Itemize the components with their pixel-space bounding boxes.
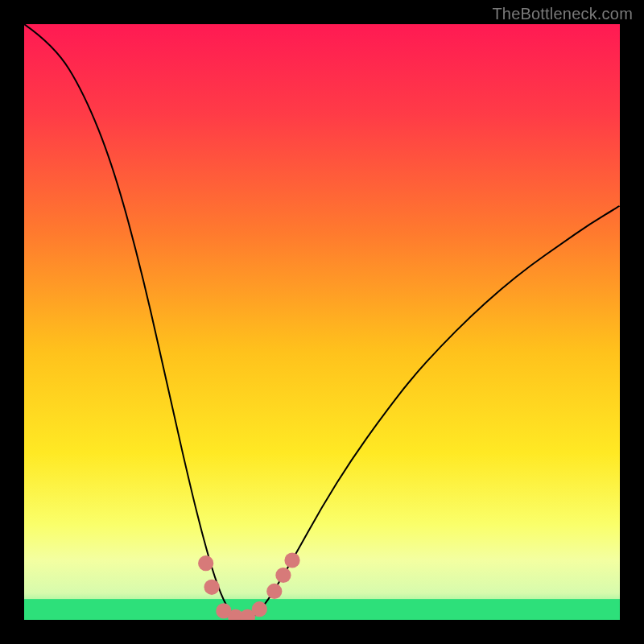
marker-point: [198, 555, 213, 571]
marker-point: [284, 552, 299, 568]
marker-point: [252, 601, 267, 617]
marker-point: [275, 568, 291, 583]
chart-frame: TheBottleneck.com: [0, 0, 644, 644]
bottleneck-curve: [24, 24, 620, 620]
plot-area: [24, 24, 620, 620]
marker-point: [204, 580, 219, 595]
chart-svg: [24, 24, 620, 620]
green-band: [24, 599, 620, 620]
marker-point: [266, 584, 282, 599]
threshold-bands: [24, 599, 620, 620]
watermark-text: TheBottleneck.com: [492, 5, 633, 23]
